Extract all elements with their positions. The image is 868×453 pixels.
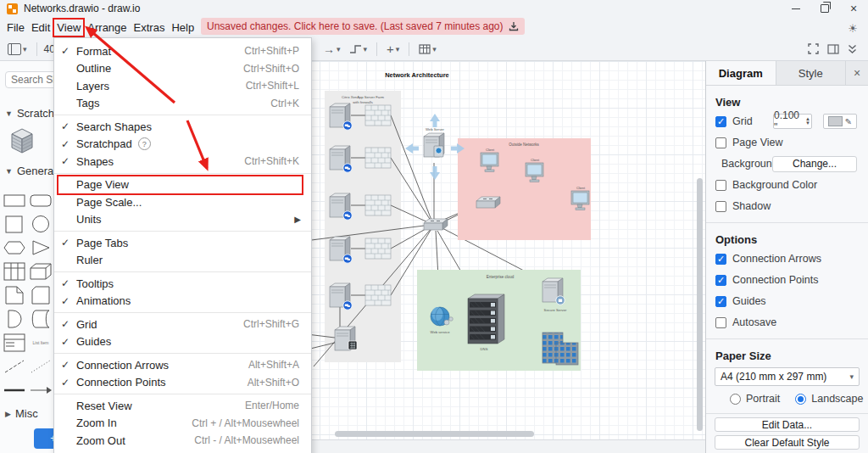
portrait-radio[interactable] — [730, 394, 741, 405]
shape-table[interactable] — [2, 260, 27, 282]
node-terminal-server[interactable] — [335, 327, 357, 350]
shape-hexagon[interactable] — [2, 236, 27, 259]
menu-item-search-shapes[interactable]: Search Shapes — [54, 118, 311, 136]
page-view-checkbox[interactable] — [715, 137, 726, 148]
checkmark-icon — [54, 45, 76, 57]
paper-size-select[interactable]: A4 (210 mm x 297 mm) ▾ — [715, 367, 860, 386]
clear-default-style-button[interactable]: Clear Default Style — [715, 435, 860, 450]
node-web-server[interactable]: Web Server — [424, 127, 445, 157]
menu-item-layers[interactable]: LayersCtrl+Shift+L — [54, 77, 311, 95]
unsaved-changes-banner[interactable]: Unsaved changes. Click here to save. (La… — [201, 18, 525, 35]
menu-extras[interactable]: Extras — [131, 20, 169, 36]
shape-cube[interactable] — [28, 260, 53, 282]
node-central-switch[interactable] — [424, 219, 448, 230]
landscape-radio[interactable] — [795, 394, 806, 405]
table-button[interactable]: ▾ — [416, 42, 439, 56]
shape-data-store[interactable] — [28, 307, 53, 330]
window-title: Networks.drawio - draw.io — [24, 3, 140, 14]
shape-arrow-line[interactable] — [28, 378, 53, 401]
stepper-icons[interactable]: ▲▼ — [805, 115, 810, 126]
shape-semicircle[interactable] — [2, 307, 27, 330]
fullscreen-button[interactable] — [805, 42, 821, 56]
general-section-header[interactable]: ▼ General — [5, 165, 56, 177]
connection-style-button[interactable]: → ▾ — [320, 42, 343, 57]
tab-style[interactable]: Style — [776, 61, 847, 85]
node-dns[interactable]: DNS — [468, 294, 504, 351]
menu-item-tags[interactable]: TagsCtrl+K — [54, 95, 311, 113]
dns-label: DNS — [481, 347, 488, 351]
menu-item-ruler[interactable]: Ruler — [54, 252, 311, 270]
menu-item-reset-view[interactable]: Reset ViewEnter/Home — [54, 397, 311, 415]
shape-rounded-rectangle[interactable] — [28, 188, 53, 211]
menu-item-tooltips[interactable]: Tooltips — [54, 275, 311, 293]
menu-item-page-view[interactable]: Page View — [54, 176, 311, 194]
shape-note[interactable] — [2, 283, 27, 306]
checkmark-icon — [54, 336, 76, 348]
menu-help[interactable]: Help — [168, 20, 198, 36]
titlebar: Networks.drawio - draw.io × — [0, 0, 868, 17]
menu-item-units[interactable]: Units▶ — [54, 211, 311, 229]
shape-line[interactable] — [2, 378, 27, 401]
menu-item-grid[interactable]: GridCtrl+Shift+G — [54, 316, 311, 333]
collapse-toolbar-button[interactable] — [845, 42, 860, 56]
tab-diagram[interactable]: Diagram — [706, 61, 776, 85]
theme-toggle-icon[interactable]: ☀ — [848, 22, 858, 35]
svg-text:with firewalls: with firewalls — [353, 100, 373, 104]
autosave-checkbox[interactable] — [715, 317, 726, 328]
menu-item-animations[interactable]: Animations — [54, 293, 311, 310]
horizontal-scrollbar[interactable] — [335, 431, 534, 437]
menu-item-scratchpad[interactable]: Scratchpad? — [54, 136, 311, 154]
menu-item-outline[interactable]: OutlineCtrl+Shift+O — [54, 60, 311, 78]
shape-dotted-line[interactable] — [28, 355, 53, 378]
menu-item-connection-arrows[interactable]: Connection ArrowsAlt+Shift+A — [54, 356, 311, 374]
shape-rectangle[interactable] — [2, 188, 27, 211]
shape-square[interactable] — [2, 212, 27, 235]
menu-file[interactable]: File — [3, 20, 28, 36]
close-button[interactable]: × — [839, 0, 868, 17]
shape-triangle[interactable] — [28, 236, 53, 259]
menu-item-page-tabs[interactable]: Page Tabs — [54, 234, 311, 252]
shape-dashed-line[interactable] — [2, 355, 27, 378]
help-icon[interactable]: ? — [138, 137, 151, 150]
shape-list-item[interactable]: List Item — [28, 331, 53, 354]
menu-item-page-scale[interactable]: Page Scale... — [54, 193, 311, 211]
chevron-down-icon: ▾ — [23, 45, 27, 53]
panel-close-button[interactable]: × — [846, 61, 868, 85]
menu-view[interactable]: View — [53, 20, 84, 36]
menu-item-shapes[interactable]: ShapesCtrl+Shift+K — [54, 153, 311, 171]
minimize-button[interactable] — [782, 0, 810, 17]
vertical-scrollbar[interactable] — [697, 178, 703, 431]
guides-checkbox[interactable] — [715, 296, 726, 307]
menu-item-guides[interactable]: Guides — [54, 333, 311, 351]
menu-arrange[interactable]: Arrange — [84, 20, 130, 36]
shape-ellipse[interactable] — [28, 212, 53, 235]
menu-edit[interactable]: Edit — [28, 20, 53, 36]
scratchpad-shape[interactable] — [8, 126, 36, 159]
waypoint-style-button[interactable]: ▾ — [347, 42, 370, 56]
menu-item-zoom-in[interactable]: Zoom InCtrl + / Alt+Mousewheel — [54, 415, 311, 433]
restore-button[interactable] — [810, 0, 839, 17]
menu-item-connection-points[interactable]: Connection PointsAlt+Shift+O — [54, 374, 311, 392]
insert-button[interactable]: + ▾ — [384, 40, 402, 58]
grid-color-button[interactable]: ✎ — [823, 114, 857, 129]
background-color-checkbox[interactable] — [715, 180, 726, 191]
shape-list[interactable] — [2, 331, 27, 354]
group-outside-networks[interactable]: Outside Networks — [458, 138, 591, 240]
change-background-button[interactable]: Change... — [772, 156, 857, 172]
shape-card[interactable] — [28, 283, 53, 306]
section-divider — [706, 338, 868, 339]
connection-points-checkbox[interactable] — [715, 275, 726, 286]
menu-item-format[interactable]: FormatCtrl+Shift+P — [54, 42, 311, 60]
grid-checkbox[interactable] — [715, 116, 726, 127]
format-panel-toggle-button[interactable] — [825, 42, 842, 56]
menu-item-zoom-out[interactable]: Zoom OutCtrl - / Alt+Mousewheel — [54, 432, 311, 450]
group-server-farm[interactable]: Citrix XenApp Server Farm with firewalls — [325, 91, 401, 362]
misc-section-header[interactable]: ▶ Misc — [5, 407, 38, 420]
connection-arrows-checkbox[interactable] — [715, 254, 726, 265]
node-outside-switch[interactable] — [476, 197, 500, 208]
view-panels-button[interactable]: ▾ — [5, 42, 30, 57]
shadow-checkbox[interactable] — [715, 201, 726, 212]
edit-data-button[interactable]: Edit Data... — [715, 417, 860, 432]
page-view-label: Page View — [732, 137, 783, 148]
grid-size-input[interactable]: 0.100 " ▲▼ — [773, 114, 812, 129]
